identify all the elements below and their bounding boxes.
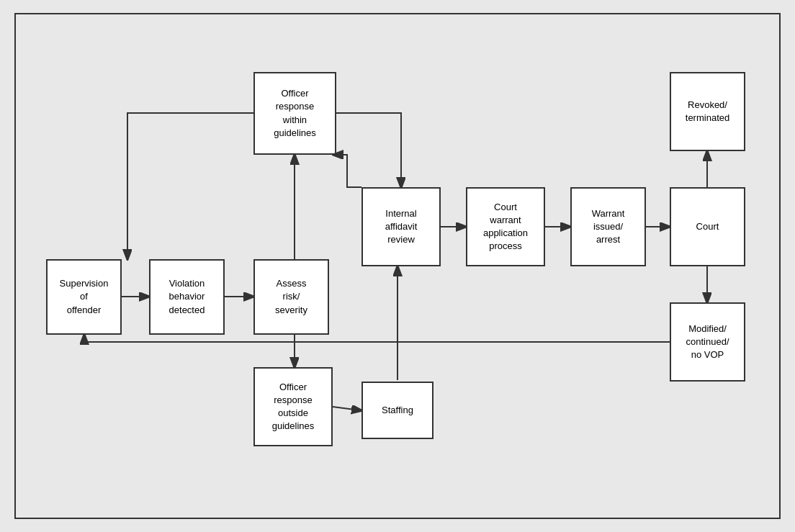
- diagram-area: Supervision of offender Violation behavi…: [16, 14, 779, 518]
- revoked-box: Revoked/ terminated: [670, 72, 745, 151]
- officer-within-box: Officer response within guidelines: [253, 72, 336, 155]
- internal-affidavit-box: Internal affidavit review: [361, 187, 441, 266]
- assess-box: Assess risk/ severity: [253, 259, 329, 335]
- violation-box: Violation behavior detected: [149, 259, 225, 335]
- svg-line-10: [333, 407, 360, 410]
- officer-outside-box: Officer response outside guidelines: [253, 367, 333, 446]
- modified-box: Modified/ continued/ no VOP: [670, 302, 745, 382]
- diagram-container: Supervision of offender Violation behavi…: [14, 13, 781, 519]
- staffing-box: Staffing: [361, 382, 434, 439]
- supervision-box: Supervision of offender: [46, 259, 122, 335]
- court-warrant-box: Court warrant application process: [466, 187, 545, 266]
- court-box: Court: [670, 187, 745, 266]
- warrant-issued-box: Warrant issued/ arrest: [570, 187, 646, 266]
